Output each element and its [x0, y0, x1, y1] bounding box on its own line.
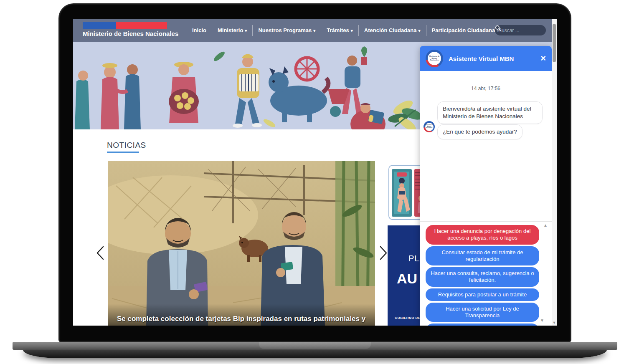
- page-scrollbar-thumb[interactable]: [553, 24, 556, 62]
- quick-reply-lobby[interactable]: Pedir una solicitud de audiencia por Ley…: [426, 324, 539, 326]
- news-photo: [108, 161, 375, 326]
- chevron-down-icon: ▾: [351, 28, 353, 33]
- search-box[interactable]: [495, 25, 546, 35]
- chat-widget: Ministerio de Bienes Nacionales Asistent…: [420, 46, 552, 326]
- carousel-prev-button[interactable]: [95, 245, 109, 262]
- chat-title: Asistente Virtual MBN: [449, 55, 540, 62]
- chevron-right-icon: [378, 245, 389, 261]
- chevron-down-icon: ▾: [418, 28, 421, 33]
- chat-header: Ministerio de Bienes Nacionales Asistent…: [420, 46, 552, 71]
- news-caption: Se completa colección de tarjetas Bip in…: [108, 304, 375, 326]
- chat-avatar: Ministerio de Bienes Nacionales: [426, 50, 443, 67]
- nav-item-nuestros-programas[interactable]: Nuestros Programas▾: [253, 27, 321, 33]
- gov-logo-flag-blue: [83, 22, 116, 29]
- screenshot-stage: Ministerio de Bienes Nacionales Inicio M…: [0, 0, 629, 364]
- page-scrollbar: ▼: [552, 19, 557, 326]
- bot-message: Bienvenido/a al asistente virtual del Mi…: [437, 101, 543, 124]
- noticias-underline: [107, 152, 139, 153]
- browser-viewport: Ministerio de Bienes Nacionales Inicio M…: [73, 19, 557, 326]
- scroll-up-icon[interactable]: ▲: [543, 223, 548, 228]
- site-brand[interactable]: Ministerio de Bienes Nacionales: [83, 30, 178, 37]
- chevron-left-icon: [95, 245, 106, 261]
- laptop-base-bottom: [23, 350, 607, 358]
- bot-avatar: Ministerio de Bienes Nacionales: [424, 121, 435, 132]
- noticias-heading: NOTICIAS: [107, 141, 146, 150]
- nav-item-ministerio[interactable]: Ministerio▾: [212, 27, 252, 33]
- chat-timestamp: 14 abr, 17:56: [471, 86, 500, 95]
- chevron-down-icon: ▾: [245, 28, 247, 33]
- gov-logo-flag-red: [116, 22, 167, 29]
- scroll-down-icon[interactable]: ▼: [540, 318, 544, 323]
- nav-item-participacion-ciudadana[interactable]: Participación Ciudadana▾: [426, 27, 505, 33]
- main-menu: Inicio Ministerio▾ Nuestros Programas▾ T…: [187, 19, 504, 42]
- laptop-base: [13, 342, 617, 350]
- laptop-base-notch: [259, 342, 371, 349]
- quick-reply-consulta[interactable]: Hacer una consulta, reclamo, sugerencia …: [426, 267, 539, 287]
- chat-timestamp-row: 14 abr, 17:56: [420, 84, 552, 95]
- search-input[interactable]: [498, 28, 534, 33]
- quick-reply-denuncia[interactable]: Hacer una denuncia por denegación del ac…: [426, 225, 539, 245]
- chat-avatar-label: Ministerio de Bienes Nacionales: [428, 52, 441, 65]
- nav-item-inicio[interactable]: Inicio: [187, 27, 212, 33]
- chevron-down-icon: ▾: [313, 28, 315, 33]
- quick-reply-list: Hacer una denuncia por denegación del ac…: [420, 221, 552, 326]
- laptop-screen-bezel: Ministerio de Bienes Nacionales Inicio M…: [58, 3, 571, 342]
- panel-text-line2: AU: [397, 270, 417, 287]
- quick-reply-requisitos[interactable]: Requisitos para postular a un trámite: [426, 288, 539, 301]
- close-icon[interactable]: ×: [540, 54, 546, 63]
- nav-item-atencion-ciudadana[interactable]: Atención Ciudadana▾: [359, 27, 426, 33]
- bot-avatar-label: Ministerio de Bienes Nacionales: [425, 123, 434, 131]
- news-slide-main[interactable]: Se completa colección de tarjetas Bip in…: [108, 161, 375, 326]
- page-scroll-down-icon[interactable]: ▼: [552, 321, 557, 325]
- top-nav-bar: Ministerio de Bienes Nacionales Inicio M…: [73, 19, 552, 42]
- search-icon: [495, 25, 501, 31]
- quick-reply-transparencia[interactable]: Hacer una solicitud por Ley de Transpare…: [426, 303, 539, 322]
- carousel-next-button[interactable]: [378, 245, 392, 262]
- nav-item-tramites[interactable]: Trámites▾: [321, 27, 358, 33]
- bot-message: ¿En que te podemos ayudar?: [437, 124, 522, 139]
- quick-reply-consultar[interactable]: Consultar estado de mi trámite de regula…: [426, 246, 539, 266]
